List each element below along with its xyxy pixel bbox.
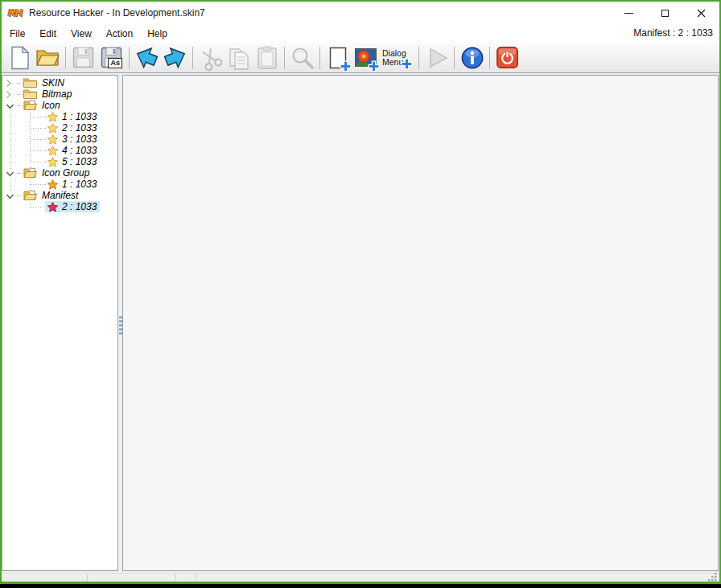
menubar: File Edit View Action Help Manifest : 2 … <box>2 24 719 43</box>
chevron-down-icon[interactable] <box>6 101 15 110</box>
titlebar[interactable]: RH Resource Hacker - In Development.skin… <box>2 2 719 24</box>
resize-grip[interactable] <box>707 573 718 582</box>
info-button[interactable] <box>459 44 485 72</box>
nav-forward-button[interactable] <box>162 44 188 72</box>
chevron-down-icon[interactable] <box>6 191 15 200</box>
tree-item-manifest-2-selected[interactable]: 2 : 1033 <box>2 201 117 212</box>
selected-tree-item[interactable]: 2 : 1033 <box>45 201 100 212</box>
nav-back-button[interactable] <box>134 44 160 72</box>
tree-item-icon-1[interactable]: 1 : 1033 <box>2 111 117 122</box>
cut-button[interactable] <box>197 44 224 72</box>
tree-item-skin[interactable]: SKIN <box>2 77 117 88</box>
exit-button[interactable] <box>494 44 521 72</box>
resource-hacker-window: RH Resource Hacker - In Development.skin… <box>0 0 721 588</box>
toolbar-separator <box>284 47 285 69</box>
find-button[interactable] <box>289 44 315 72</box>
add-resource-button[interactable] <box>324 44 351 72</box>
chevron-right-icon[interactable] <box>6 79 15 88</box>
tree-item-bitmap[interactable]: Bitmap <box>2 88 117 100</box>
save-button[interactable] <box>70 44 97 72</box>
toolbar-separator <box>489 47 490 69</box>
tree-item-icon-group-icon[interactable]: Icon <box>2 100 117 111</box>
new-file-button[interactable] <box>6 44 33 72</box>
selected-resource-status: Manifest : 2 : 1033 <box>633 24 713 43</box>
search-icon <box>290 46 315 70</box>
play-icon <box>425 46 449 70</box>
plus-icon <box>368 60 380 72</box>
menu-view[interactable]: View <box>64 26 99 42</box>
tree-item-icon-2[interactable]: 2 : 1033 <box>2 122 117 134</box>
copy-button[interactable] <box>225 44 252 72</box>
save-icon <box>72 47 94 68</box>
plus-icon <box>340 60 352 72</box>
new-file-icon <box>9 46 31 70</box>
star-icon <box>47 202 58 212</box>
tree-item-icon-3[interactable]: 3 : 1033 <box>2 134 117 145</box>
scissors-icon <box>195 42 227 74</box>
star-icon <box>47 146 58 156</box>
resource-content-panel[interactable] <box>122 75 719 571</box>
toolbar-separator <box>65 47 66 69</box>
clipboard-icon <box>257 46 278 70</box>
chevron-down-icon[interactable] <box>6 169 15 178</box>
resource-tree: SKIN Bitmap Icon 1 : 103 <box>2 76 117 570</box>
power-icon <box>496 46 519 69</box>
open-folder-page-icon <box>23 167 37 181</box>
close-icon <box>697 9 706 18</box>
menu-edit[interactable]: Edit <box>32 26 64 42</box>
toolbar-separator <box>129 47 130 69</box>
tree-item-icon-5[interactable]: 5 : 1033 <box>2 156 117 167</box>
paste-button[interactable] <box>253 44 280 72</box>
forward-arrow-icon <box>163 45 187 70</box>
window-title: Resource Hacker - In Development.skin7 <box>29 2 205 24</box>
star-icon <box>47 123 58 134</box>
toolbar-separator <box>319 47 320 69</box>
maximize-icon <box>661 10 669 17</box>
save-as-button[interactable]: As <box>98 44 125 72</box>
minimize-button[interactable] <box>611 2 647 24</box>
tree-item-icon-group[interactable]: Icon Group <box>2 167 117 179</box>
maximize-button[interactable] <box>647 2 683 24</box>
menu-file[interactable]: File <box>2 26 32 42</box>
tree-item-manifest[interactable]: Manifest <box>2 190 117 201</box>
star-icon <box>47 179 58 190</box>
toolbar-separator <box>418 47 419 69</box>
tree-item-icon-4[interactable]: 4 : 1033 <box>2 145 117 156</box>
tree-item-icon-group-1[interactable]: 1 : 1033 <box>2 179 117 190</box>
open-folder-page-icon <box>23 190 37 204</box>
open-folder-page-icon <box>23 100 37 113</box>
star-icon <box>47 157 58 167</box>
copy-icon <box>228 46 250 70</box>
toolbar-separator <box>192 47 193 69</box>
app-logo-icon: RH <box>8 6 26 20</box>
save-as-badge: As <box>108 58 122 68</box>
star-icon <box>47 134 58 145</box>
add-image-resource-button[interactable] <box>352 44 379 72</box>
plus-icon <box>401 58 413 70</box>
star-icon <box>47 112 58 122</box>
resource-tree-panel[interactable]: SKIN Bitmap Icon 1 : 103 <box>2 75 118 571</box>
close-button[interactable] <box>683 2 719 24</box>
menu-help[interactable]: Help <box>140 26 175 42</box>
add-dialog-menu-button[interactable]: Dialog Menu <box>381 44 414 72</box>
toolbar-separator <box>454 47 455 69</box>
minimize-icon <box>624 13 633 14</box>
menu-action[interactable]: Action <box>99 26 140 42</box>
run-button[interactable] <box>423 44 450 72</box>
open-file-button[interactable] <box>35 44 61 72</box>
chevron-right-icon[interactable] <box>6 90 15 99</box>
info-icon <box>460 46 484 70</box>
open-folder-icon <box>35 47 60 68</box>
statusbar <box>2 573 719 582</box>
toolbar: As <box>2 43 719 73</box>
back-arrow-icon <box>134 45 159 70</box>
window-bottom-border <box>0 582 721 584</box>
